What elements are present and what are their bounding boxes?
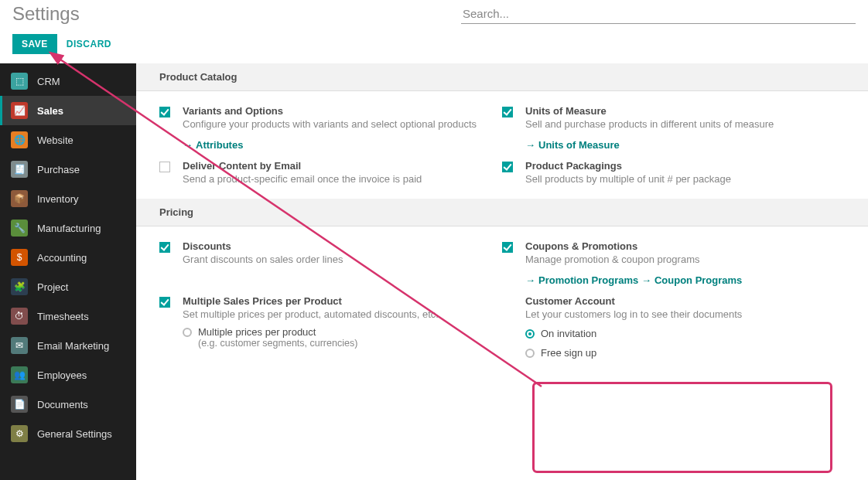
purchase-icon: 🧾 [11, 161, 28, 178]
checkbox-uom[interactable] [502, 107, 513, 117]
sidebar-item-documents[interactable]: 📄 Documents [0, 390, 136, 419]
radio-free-signup[interactable]: Free sign up [525, 347, 829, 359]
radio-icon [183, 328, 192, 337]
radio-on-invitation[interactable]: On invitation [525, 328, 829, 339]
search-input[interactable] [461, 4, 856, 24]
sidebar-item-email-marketing[interactable]: ✉ Email Marketing [0, 331, 136, 360]
arrow-right-icon: → [525, 139, 535, 151]
sidebar-item-label: Purchase [37, 164, 80, 175]
sidebar-item-label: Documents [37, 399, 88, 410]
option-desc: Configure your products with variants an… [183, 118, 487, 130]
sidebar-item-sales[interactable]: 📈 Sales [0, 96, 136, 125]
sidebar-item-label: Timesheets [37, 311, 89, 322]
inventory-icon: 📦 [11, 190, 28, 207]
settings-main: Product Catalog Variants and Options Con… [136, 63, 868, 480]
link-label: Attributes [196, 139, 243, 151]
radio-multiple-prices[interactable]: Multiple prices per product [183, 326, 487, 338]
sidebar-item-label: Inventory [37, 193, 78, 205]
sidebar-item-label: Project [37, 281, 68, 293]
sidebar-item-general-settings[interactable]: ⚙ General Settings [0, 419, 136, 448]
website-icon: 🌐 [11, 131, 28, 148]
crm-icon: ⬚ [11, 73, 28, 90]
link-label: Coupon Programs [654, 274, 742, 286]
sidebar-item-accounting[interactable]: $ Accounting [0, 243, 136, 272]
option-desc: Let your customers log in to see their d… [525, 308, 829, 320]
sidebar-item-label: Manufacturing [37, 223, 101, 234]
documents-icon: 📄 [11, 396, 28, 413]
sidebar-item-purchase[interactable]: 🧾 Purchase [0, 155, 136, 184]
section-header-product-catalog: Product Catalog [136, 63, 868, 91]
project-icon: 🧩 [11, 278, 28, 295]
arrow-right-icon: → [525, 274, 535, 286]
manufacturing-icon: 🔧 [11, 220, 28, 237]
radio-icon [525, 349, 535, 358]
option-title: Units of Measure [525, 105, 829, 117]
section-header-pricing: Pricing [136, 199, 868, 226]
arrow-right-icon: → [183, 139, 193, 151]
option-desc: Manage promotion & coupon programs [525, 254, 829, 265]
sidebar-item-employees[interactable]: 👥 Employees [0, 360, 136, 390]
checkbox-packagings[interactable] [502, 162, 513, 172]
sidebar-item-label: General Settings [37, 428, 112, 440]
checkbox-variants[interactable] [159, 107, 170, 117]
checkbox-deliver-email[interactable] [159, 162, 170, 172]
sidebar-item-label: Website [37, 134, 73, 146]
sidebar-item-crm[interactable]: ⬚ CRM [0, 66, 136, 96]
settings-sidebar: ⬚ CRM 📈 Sales 🌐 Website 🧾 Purchase 📦 Inv… [0, 63, 136, 480]
option-desc: Send a product-specific email once the i… [183, 173, 487, 185]
link-attributes[interactable]: →Attributes [183, 139, 243, 151]
link-promotion-programs[interactable]: →Promotion Programs [525, 274, 638, 286]
option-title: Deliver Content by Email [183, 160, 487, 172]
option-desc: Sell products by multiple of unit # per … [525, 173, 829, 185]
employees-icon: 👥 [11, 366, 28, 383]
sidebar-item-label: Accounting [37, 252, 87, 264]
option-title: Discounts [183, 240, 487, 252]
sidebar-item-inventory[interactable]: 📦 Inventory [0, 184, 136, 213]
checkbox-multiple-prices[interactable] [159, 297, 170, 308]
option-title: Customer Account [525, 295, 829, 307]
link-label: Units of Measure [538, 139, 620, 151]
sidebar-item-website[interactable]: 🌐 Website [0, 125, 136, 155]
sidebar-item-label: Sales [37, 105, 63, 117]
page-title: Settings [12, 3, 80, 25]
timesheets-icon: ⏱ [11, 308, 28, 325]
gear-icon: ⚙ [11, 425, 28, 442]
email-marketing-icon: ✉ [11, 337, 28, 354]
discard-button[interactable]: DISCARD [67, 39, 111, 49]
sidebar-item-label: CRM [37, 76, 60, 87]
sidebar-item-timesheets[interactable]: ⏱ Timesheets [0, 301, 136, 331]
radio-label: On invitation [541, 328, 596, 339]
accounting-icon: $ [11, 249, 28, 266]
arrow-right-icon: → [641, 274, 651, 286]
radio-icon [525, 329, 535, 339]
option-title: Coupons & Promotions [525, 240, 829, 252]
checkbox-coupons[interactable] [502, 242, 513, 253]
radio-label: Multiple prices per product [198, 326, 316, 338]
radio-sub-desc: (e.g. customer segments, currencies) [198, 338, 487, 349]
sidebar-item-label: Employees [37, 369, 87, 381]
link-coupon-programs[interactable]: →Coupon Programs [641, 274, 742, 286]
option-desc: Set multiple prices per product, automat… [183, 308, 487, 320]
option-desc: Sell and purchase products in different … [525, 118, 829, 130]
option-title: Variants and Options [183, 105, 487, 117]
sidebar-item-label: Email Marketing [37, 340, 109, 352]
option-desc: Grant discounts on sales order lines [183, 254, 487, 265]
link-uom[interactable]: →Units of Measure [525, 139, 620, 151]
sidebar-item-manufacturing[interactable]: 🔧 Manufacturing [0, 213, 136, 243]
save-button[interactable]: SAVE [12, 34, 57, 54]
radio-label: Free sign up [541, 347, 596, 359]
sidebar-item-project[interactable]: 🧩 Project [0, 272, 136, 301]
checkbox-discounts[interactable] [159, 242, 170, 253]
link-label: Promotion Programs [538, 274, 638, 286]
option-title: Multiple Sales Prices per Product [183, 295, 487, 307]
sales-icon: 📈 [11, 102, 28, 119]
option-title: Product Packagings [525, 160, 829, 172]
